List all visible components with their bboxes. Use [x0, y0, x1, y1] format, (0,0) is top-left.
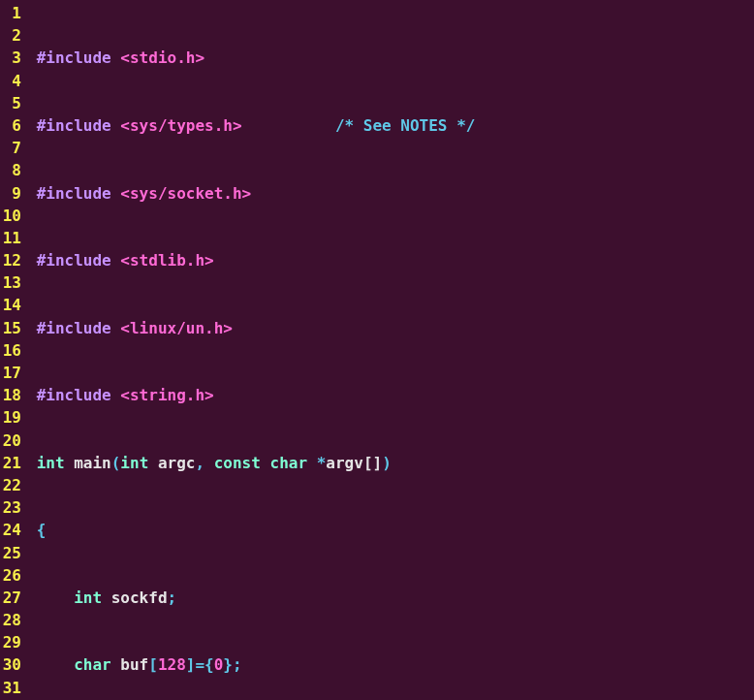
line-number: 12 [0, 249, 21, 271]
line-number: 9 [0, 182, 21, 205]
code-line: #include <stdlib.h> [27, 249, 754, 271]
line-number-gutter: 1 2 3 4 5 6 7 8 9 10 11 12 13 14 15 16 1… [0, 2, 27, 700]
line-number: 4 [0, 70, 21, 92]
line-number: 2 [0, 24, 21, 47]
line-number: 10 [0, 205, 21, 227]
line-number: 15 [0, 317, 21, 339]
code-line: #include <stdio.h> [27, 47, 754, 69]
code-line: #include <sys/socket.h> [27, 182, 754, 205]
line-number: 11 [0, 227, 21, 249]
line-number: 7 [0, 137, 21, 159]
line-number: 20 [0, 430, 21, 452]
line-number: 1 [0, 2, 21, 24]
line-number: 6 [0, 114, 21, 137]
code-line: int sockfd; [27, 587, 754, 609]
line-number: 18 [0, 384, 21, 406]
line-number: 17 [0, 362, 21, 384]
line-number: 28 [0, 609, 21, 631]
line-number: 8 [0, 159, 21, 181]
line-number: 30 [0, 653, 21, 676]
code-line: { [27, 519, 754, 541]
code-line: char buf[128]={0}; [27, 653, 754, 676]
line-number: 31 [0, 677, 21, 699]
line-number: 24 [0, 519, 21, 541]
line-number: 13 [0, 271, 21, 294]
line-number: 16 [0, 339, 21, 362]
line-number: 29 [0, 631, 21, 653]
line-number: 21 [0, 452, 21, 474]
line-number: 23 [0, 496, 21, 519]
line-number: 22 [0, 474, 21, 496]
line-number: 27 [0, 587, 21, 609]
line-number: 14 [0, 294, 21, 316]
line-number: 25 [0, 542, 21, 564]
line-number: 19 [0, 406, 21, 429]
code-line: int main(int argc, const char *argv[]) [27, 452, 754, 474]
line-number: 26 [0, 564, 21, 587]
code-editor: 1 2 3 4 5 6 7 8 9 10 11 12 13 14 15 16 1… [0, 0, 754, 700]
code-line: #include <linux/un.h> [27, 317, 754, 339]
code-line: #include <sys/types.h> /* See NOTES */ [27, 114, 754, 137]
line-number: 3 [0, 47, 21, 69]
code-area[interactable]: #include <stdio.h> #include <sys/types.h… [27, 2, 754, 700]
line-number: 5 [0, 92, 21, 114]
code-line: #include <string.h> [27, 384, 754, 406]
